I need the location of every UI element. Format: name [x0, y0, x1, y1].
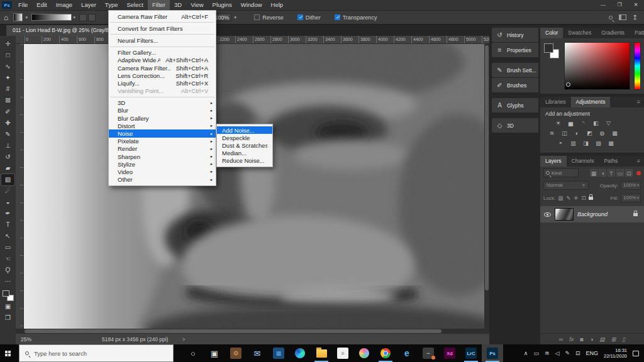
vertical-scrollbar[interactable] — [484, 44, 489, 329]
lock-all-icon[interactable] — [589, 197, 593, 200]
checkbox-icon[interactable] — [254, 14, 260, 20]
selective-color-adjustment[interactable]: ▩ — [607, 140, 615, 147]
filter-adjustment-layers[interactable]: ◑ — [599, 169, 606, 177]
restore-button[interactable]: ❐ — [611, 0, 628, 10]
gradient-tool[interactable]: ▧ — [1, 174, 14, 185]
submenu-item[interactable]: Reduce Noise... — [217, 157, 272, 165]
linear-gradient-button[interactable] — [79, 14, 87, 21]
clock[interactable]: 16:31 22/11/2020 — [604, 348, 627, 359]
menu-item[interactable]: Camera Raw Filter... Shift+Ctrl+A — [109, 64, 216, 72]
gradient-map-adjustment[interactable]: ▧ — [594, 140, 602, 147]
layer-row-background[interactable]: Background — [540, 206, 644, 222]
close-button[interactable]: ✕ — [628, 0, 644, 10]
delete-layer-button[interactable]: ▯ — [622, 336, 625, 343]
smudge-tool[interactable]: ☄ — [1, 185, 14, 197]
photoshop-icon[interactable]: Ps — [482, 344, 503, 362]
menu-item[interactable]: Convert for Smart Filters — [109, 25, 216, 32]
shape-tool[interactable]: ▭ — [1, 242, 14, 253]
file-explorer-icon[interactable] — [311, 344, 332, 362]
menu-item[interactable]: Liquify... Shift+Ctrl+X — [109, 79, 216, 87]
home-icon[interactable]: ⌂ — [4, 13, 8, 22]
filter-smart-objects[interactable]: ⊡ — [625, 169, 633, 177]
edit-toolbar[interactable]: ⋯ — [1, 276, 14, 287]
move-tool[interactable]: ✛ — [1, 38, 14, 50]
document-app-icon[interactable]: ≡ — [332, 344, 353, 362]
history-brush-tool[interactable]: ↺ — [1, 151, 14, 163]
healing-brush-tool[interactable]: ✚ — [1, 118, 14, 129]
photo-filter-adjustment[interactable]: ◩ — [586, 130, 594, 137]
panel-tab[interactable]: Color — [540, 28, 563, 38]
menu-item[interactable]: Lens Correction... Shift+Ctrl+R — [109, 72, 216, 79]
submenu-item[interactable]: Despeckle — [217, 134, 272, 141]
filter-pixel-layers[interactable]: ▦ — [590, 169, 597, 177]
exposure-adjustment[interactable]: ◧ — [592, 120, 600, 127]
panel-menu-icon[interactable]: ≡ — [637, 156, 644, 167]
edge-icon[interactable] — [289, 344, 311, 362]
lightroom-classic-icon[interactable]: LrC — [460, 344, 482, 362]
panel-tab[interactable]: Channels — [567, 156, 599, 167]
volume-icon[interactable]: ◁ — [555, 350, 559, 356]
menu-item[interactable]: Stylize ▸ — [109, 160, 216, 168]
task-view-icon[interactable]: ▣ — [204, 344, 225, 362]
link-layers-button[interactable]: ∞ — [559, 336, 563, 343]
lock-transparent-pixels[interactable]: ▨ — [558, 195, 563, 201]
tray-expand-icon[interactable]: ∧ — [524, 350, 528, 356]
menubar-item[interactable]: Layer — [77, 0, 101, 10]
menu-item[interactable]: Camera Raw Filter Alt+Ctrl+F — [109, 13, 216, 20]
panel-tab[interactable]: Adjustments — [571, 97, 611, 107]
menu-item[interactable]: Other ▸ — [109, 176, 216, 184]
menubar-item[interactable]: Edit — [32, 0, 51, 10]
quick-selection-tool[interactable]: ✦ — [1, 72, 14, 84]
curves-adjustment[interactable]: ◝ — [579, 120, 587, 127]
checkbox-option[interactable]: Dither — [297, 14, 321, 21]
paint3d-icon[interactable] — [353, 344, 375, 362]
layer-visibility-icon[interactable] — [544, 212, 551, 217]
menu-item[interactable]: Filter Gallery... — [109, 49, 216, 57]
lock-artboard[interactable]: ⊡ — [581, 195, 586, 201]
menu-item[interactable]: Vanishing Point... Alt+Ctrl+V — [109, 87, 216, 95]
menu-item[interactable] — [110, 22, 214, 23]
filter-toggle-icon[interactable] — [636, 171, 641, 175]
battery-icon[interactable]: ▭ — [533, 350, 539, 356]
menu-item[interactable]: Render ▸ — [109, 145, 216, 153]
layer-thumbnail[interactable] — [555, 208, 574, 221]
misc-app-icon[interactable]: ❂ — [225, 344, 247, 362]
taskbar-search-input[interactable]: Type here to search — [19, 344, 174, 362]
threshold-adjustment[interactable]: ◨ — [582, 140, 590, 147]
picker-marker[interactable] — [566, 82, 570, 87]
checkbox-icon[interactable] — [335, 14, 340, 20]
dodge-tool[interactable]: ◒ — [1, 197, 14, 208]
status-chevron-icon[interactable]: > — [182, 336, 185, 343]
posterize-adjustment[interactable]: ▥ — [569, 140, 577, 147]
eraser-tool[interactable]: ▰ — [1, 163, 14, 174]
menu-item[interactable]: 3D ▸ — [109, 99, 216, 107]
menubar-item[interactable]: Type — [101, 0, 123, 10]
internet-explorer-icon[interactable]: e — [396, 344, 418, 362]
menu-item[interactable]: Distort ▸ — [109, 122, 216, 129]
filter-type-layers[interactable]: T — [608, 169, 615, 177]
adobe-app-icon[interactable]: − — [418, 344, 439, 362]
language-indicator[interactable]: ENG — [586, 350, 599, 356]
checkbox-option[interactable]: Transparency — [335, 14, 377, 21]
zoom-tool[interactable]: Ϙ — [1, 265, 14, 276]
menubar-item[interactable]: 3D — [170, 0, 186, 10]
3d-panel-button[interactable]: ◇ 3D — [492, 118, 538, 133]
lock-image-pixels[interactable]: ✎ — [566, 195, 570, 201]
dock-icon[interactable]: ⊡ — [575, 350, 580, 356]
share-icon[interactable]: ↥ — [633, 14, 638, 21]
type-tool[interactable]: T — [1, 219, 14, 231]
path-selection-tool[interactable]: ↖ — [1, 231, 14, 242]
menu-item[interactable] — [110, 97, 214, 97]
gradient-preset-icon[interactable] — [13, 13, 23, 21]
search-icon[interactable] — [609, 16, 613, 19]
menu-item[interactable]: Neural Filters... — [109, 36, 216, 44]
color-lookup-adjustment[interactable]: ▦ — [611, 130, 619, 137]
mail-icon[interactable]: ✉ — [247, 344, 268, 362]
panel-menu-icon[interactable]: ≡ — [637, 97, 644, 107]
new-adjustment-layer-button[interactable]: ◑ — [590, 336, 593, 343]
chrome-icon[interactable] — [375, 344, 396, 362]
menubar-item[interactable]: View — [186, 0, 208, 10]
clone-stamp-tool[interactable]: ⊥ — [1, 140, 14, 151]
layer-fill-value[interactable]: 100%▼ — [621, 194, 641, 202]
lasso-tool[interactable]: ∿ — [1, 61, 14, 72]
